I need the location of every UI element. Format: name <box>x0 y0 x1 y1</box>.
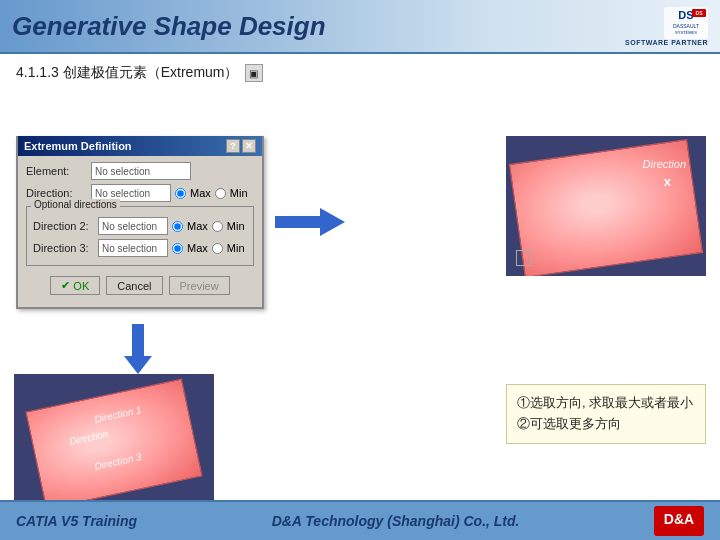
footer-da-logo: D&A <box>654 506 704 536</box>
main-content: 4.1.1.3 创建极值元素（Extremum） ▣ ① ② Extremum … <box>0 54 720 514</box>
ok-button[interactable]: ✔ OK <box>50 276 100 295</box>
direction3-max-label: Max <box>187 242 208 254</box>
dassault-logo: DS DASSAULT SYSTÈMES DS <box>664 7 708 39</box>
direction-label: Direction: <box>26 187 91 199</box>
footer-mid: D&A Technology (Shanghai) Co., Ltd. <box>272 513 520 529</box>
section-title: 4.1.1.3 创建极值元素（Extremum） ▣ <box>16 64 704 82</box>
down-arrow <box>118 324 158 374</box>
svg-text:SYSTÈMES: SYSTÈMES <box>675 30 697 35</box>
cancel-button[interactable]: Cancel <box>106 276 162 295</box>
page-title: Generative Shape Design <box>12 11 326 42</box>
direction2-min-radio[interactable] <box>212 221 223 232</box>
svg-text:DASSAULT: DASSAULT <box>673 23 699 29</box>
svg-text:D&A: D&A <box>664 511 694 527</box>
element-input[interactable]: No selection <box>91 162 191 180</box>
direction-top-label: Direction <box>643 158 686 170</box>
direction3-max-radio[interactable] <box>172 243 183 254</box>
direction2-min-label: Min <box>227 220 245 232</box>
element-row: Element: No selection <box>26 162 254 180</box>
direction3-input[interactable]: No selection <box>98 239 168 257</box>
header: Generative Shape Design DS DASSAULT SYST… <box>0 0 720 54</box>
element-label: Element: <box>26 165 91 177</box>
direction2-max-label: Max <box>187 220 208 232</box>
software-partner-label: SOFTWARE PARTNER <box>625 39 708 46</box>
direction3-radio-group: Max Min <box>172 242 245 254</box>
direction2-row: Direction 2: No selection Max Min <box>33 217 247 235</box>
x-marker: x <box>664 174 671 189</box>
min-radio[interactable] <box>215 188 226 199</box>
annotation-line1: ①选取方向, 求取最大或者最小 <box>517 393 695 414</box>
optional-section: Optional directions Direction 2: No sele… <box>26 206 254 266</box>
logo-area: DS DASSAULT SYSTÈMES DS SOFTWARE PARTNER <box>625 7 708 46</box>
dialog-titlebar: Extremum Definition ? ✕ <box>18 136 262 156</box>
min-label: Min <box>230 187 248 199</box>
direction3-min-label: Min <box>227 242 245 254</box>
optional-legend: Optional directions <box>31 199 120 210</box>
right-arrow <box>275 202 345 242</box>
footer: CATIA V5 Training D&A Technology (Shangh… <box>0 500 720 540</box>
direction-radio-group: Max Min <box>175 187 248 199</box>
footer-left: CATIA V5 Training <box>16 513 137 529</box>
direction2-max-radio[interactable] <box>172 221 183 232</box>
shape-panel-top: Direction x <box>506 136 706 276</box>
dialog-content: Element: No selection Direction: No sele… <box>18 156 262 307</box>
direction3-row: Direction 3: No selection Max Min <box>33 239 247 257</box>
direction2-label: Direction 2: <box>33 220 98 232</box>
dialog-title-buttons: ? ✕ <box>226 139 256 153</box>
annotation-line2: ②可选取更多方向 <box>517 414 695 435</box>
direction2-input[interactable]: No selection <box>98 217 168 235</box>
preview-button[interactable]: Preview <box>169 276 230 295</box>
svg-text:DS: DS <box>678 9 693 21</box>
dialog-buttons: ✔ OK Cancel Preview <box>26 272 254 301</box>
direction3-min-radio[interactable] <box>212 243 223 254</box>
direction2-radio-group: Max Min <box>172 220 245 232</box>
max-label: Max <box>190 187 211 199</box>
svg-text:DS: DS <box>696 10 704 16</box>
small-square-top <box>516 250 532 266</box>
dialog-help-button[interactable]: ? <box>226 139 240 153</box>
direction3-label: Direction 3: <box>33 242 98 254</box>
max-radio[interactable] <box>175 188 186 199</box>
extremum-dialog: Extremum Definition ? ✕ Element: No sele… <box>16 136 264 309</box>
svg-marker-6 <box>275 208 345 236</box>
annotation-box: ①选取方向, 求取最大或者最小 ②可选取更多方向 <box>506 384 706 444</box>
svg-marker-7 <box>124 324 152 374</box>
dialog-title: Extremum Definition <box>24 140 132 152</box>
dialog-close-button[interactable]: ✕ <box>242 139 256 153</box>
section-icon: ▣ <box>245 64 263 82</box>
